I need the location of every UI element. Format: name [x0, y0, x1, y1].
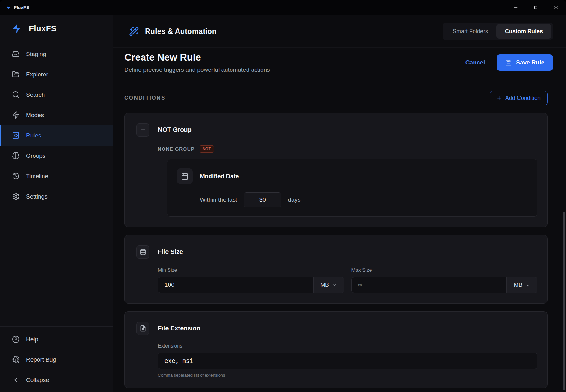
file-text-icon — [140, 325, 146, 332]
not-badge: NOT — [200, 145, 214, 153]
inbox-icon — [12, 50, 20, 58]
bolt-icon — [12, 111, 20, 119]
modified-date-title: Modified Date — [200, 173, 239, 180]
vertical-scrollbar[interactable] — [563, 212, 565, 390]
tab-smart-folders[interactable]: Smart Folders — [444, 24, 496, 39]
not-group-title: NOT Group — [158, 126, 192, 133]
sidebar-item-label: Groups — [26, 152, 45, 159]
chevron-down-icon — [332, 283, 337, 287]
window-controls — [506, 0, 566, 15]
magic-wand-icon — [129, 26, 139, 36]
file-icon-box — [136, 322, 149, 335]
chevron-left-icon — [12, 376, 20, 384]
save-icon — [505, 59, 512, 66]
group-body: Modified Date Within the last days — [159, 159, 537, 217]
sidebar-item-label: Explorer — [26, 71, 48, 78]
conditions-section-label: CONDITIONS — [124, 95, 166, 101]
help-icon — [12, 335, 20, 343]
sidebar-item-label: Report Bug — [26, 356, 56, 363]
folder-open-icon — [12, 70, 20, 78]
add-condition-label: Add Condition — [505, 95, 541, 101]
sidebar-item-collapse[interactable]: Collapse — [0, 370, 113, 390]
days-input[interactable] — [244, 192, 281, 207]
not-group-add-button[interactable] — [136, 123, 149, 137]
sidebar-item-label: Modes — [26, 112, 44, 119]
conditions-header: CONDITIONS Add Condition — [113, 83, 566, 113]
titlebar-title: FluxFS — [14, 5, 29, 10]
sidebar-nav: Staging Explorer Search Modes Rules — [0, 44, 113, 326]
database-icon-box — [136, 245, 149, 259]
maximize-button[interactable] — [526, 0, 546, 15]
close-icon — [553, 5, 558, 10]
rules-code-icon — [12, 132, 20, 139]
max-size-unit-value: MB — [514, 282, 522, 288]
tab-custom-rules[interactable]: Custom Rules — [496, 24, 551, 39]
sidebar-item-label: Settings — [26, 193, 48, 200]
brain-icon — [12, 152, 20, 160]
file-size-title: File Size — [158, 248, 183, 255]
sidebar-item-timeline[interactable]: Timeline — [0, 166, 113, 186]
page-actions: Cancel Save Rule — [465, 54, 553, 71]
file-extension-title: File Extension — [158, 325, 200, 332]
maximize-icon — [533, 5, 538, 10]
app-bolt-icon — [6, 5, 11, 10]
max-size-input[interactable] — [351, 277, 507, 293]
database-icon — [140, 249, 146, 255]
sidebar-item-search[interactable]: Search — [0, 85, 113, 105]
modified-date-prefix: Within the last — [200, 196, 237, 203]
sidebar-item-rules[interactable]: Rules — [0, 125, 113, 146]
min-size-unit-select[interactable]: MB — [313, 277, 344, 293]
sidebar-item-settings[interactable]: Settings — [0, 186, 113, 207]
sidebar-item-groups[interactable]: Groups — [0, 146, 113, 166]
sidebar-item-label: Rules — [26, 132, 41, 139]
extensions-input[interactable] — [158, 353, 537, 369]
sidebar-item-report-bug[interactable]: Report Bug — [0, 349, 113, 370]
search-icon — [12, 91, 20, 99]
sidebar-item-modes[interactable]: Modes — [0, 105, 113, 125]
view-toggle: Smart Folders Custom Rules — [443, 23, 553, 40]
extensions-label: Extensions — [158, 343, 537, 349]
extensions-helper-text: Comma separated list of extensions — [158, 373, 537, 378]
condition-card-file-extension: File Extension Extensions Comma separate… — [124, 311, 548, 388]
plus-icon — [140, 126, 146, 133]
max-size-label: Max Size — [351, 267, 538, 273]
titlebar: FluxFS — [0, 0, 566, 15]
brand: FluxFS — [0, 15, 113, 42]
sidebar-item-label: Search — [26, 91, 45, 98]
gear-icon — [12, 193, 20, 200]
minimize-button[interactable] — [506, 0, 526, 15]
app-window: FluxFS FluxFS Staging — [0, 0, 566, 392]
add-condition-button[interactable]: Add Condition — [490, 91, 548, 105]
close-button[interactable] — [546, 0, 566, 15]
save-rule-button[interactable]: Save Rule — [497, 54, 553, 71]
max-size-unit-select[interactable]: MB — [506, 277, 537, 293]
group-label: NONE GROUP — [158, 146, 195, 152]
page-head: Create New Rule Define precise triggers … — [113, 48, 566, 83]
sidebar-footer: Help Report Bug Collapse — [0, 326, 113, 392]
condition-card-file-size: File Size Min Size MB — [124, 235, 548, 304]
sidebar-item-explorer[interactable]: Explorer — [0, 64, 113, 85]
main-content: Rules & Automation Smart Folders Custom … — [113, 15, 566, 392]
min-size-input[interactable] — [158, 277, 314, 293]
titlebar-app-identity: FluxFS — [6, 5, 29, 10]
cancel-button[interactable]: Cancel — [465, 59, 485, 66]
sidebar-item-staging[interactable]: Staging — [0, 44, 113, 64]
min-size-unit-value: MB — [320, 282, 329, 288]
min-size-label: Min Size — [158, 267, 344, 273]
sidebar-item-label: Staging — [26, 51, 46, 58]
sidebar-item-label: Help — [26, 336, 38, 343]
condition-modified-date: Modified Date Within the last days — [167, 159, 537, 217]
sidebar-item-label: Timeline — [26, 173, 48, 180]
sidebar: FluxFS Staging Explorer Search Modes — [0, 15, 113, 392]
save-rule-label: Save Rule — [516, 59, 544, 66]
bug-icon — [12, 356, 20, 364]
minimize-icon — [513, 5, 518, 10]
modified-date-suffix: days — [288, 196, 300, 203]
history-icon — [12, 172, 20, 180]
main-header: Rules & Automation Smart Folders Custom … — [113, 15, 566, 48]
sidebar-item-help[interactable]: Help — [0, 329, 113, 349]
plus-icon — [496, 95, 502, 101]
condition-card-not-group: NOT Group NONE GROUP NOT Modified D — [124, 113, 548, 227]
calendar-icon — [181, 173, 189, 180]
calendar-icon-box — [177, 168, 193, 184]
